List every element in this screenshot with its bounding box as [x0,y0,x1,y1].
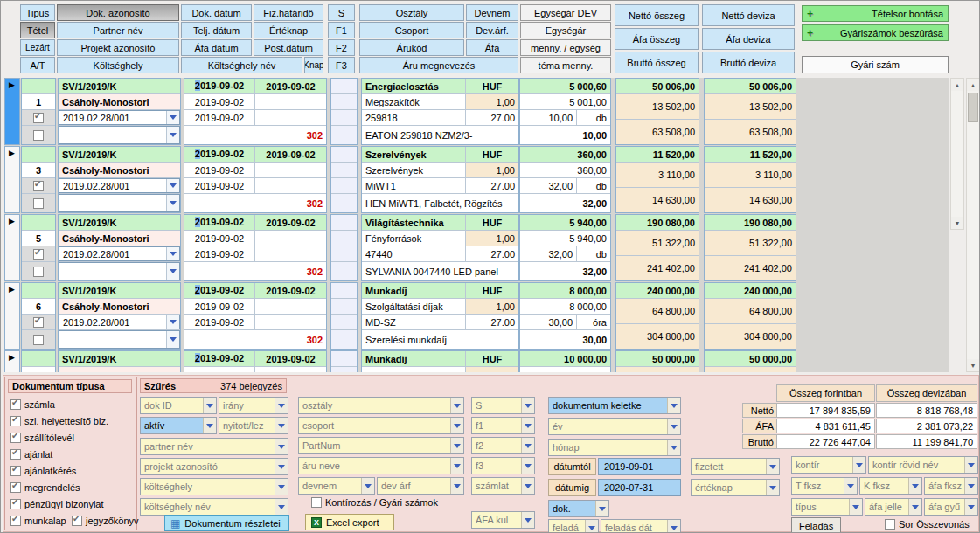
project-combo[interactable]: 2019.02.28/001 [59,246,180,261]
col-header-aru-megnevezes[interactable]: Áru megnevezés [359,57,518,73]
col-header-tema-menny[interactable]: téma menny. [520,57,611,73]
grid-record[interactable]: ▶ 5 SV/1/2019/K Csáholy-Monostori 2019.0… [4,214,804,281]
col-header-arukod[interactable]: Árukód [359,39,464,56]
devnem-dropdown[interactable]: devnem [298,477,375,495]
col-header-koltseghely[interactable]: Költséghely [57,57,179,73]
project-combo[interactable]: 2019.02.28/001 [59,178,180,193]
erteknap-dropdown[interactable]: értéknap [691,479,780,496]
grid-record[interactable]: ▶ SV/1/2019/K 2019-09-02 2019-09-02 [4,350,804,372]
aktiv-dropdown[interactable]: aktív [140,417,217,434]
osztaly-dropdown[interactable]: osztály [298,397,464,414]
doc-type-penzugyi-bizonylat[interactable]: pénzügyi bizonylat [10,499,104,509]
record-marker[interactable]: ▶ [4,214,20,281]
nyitott-lezart-dropdown[interactable]: nyitott/lez [219,417,288,434]
gyariszamok-beszurasa-button[interactable]: + Gyáriszámok beszúrása [802,24,949,41]
doc-type-ajanlat[interactable]: ajánlat [10,449,52,460]
col-header-brutto-osszeg[interactable]: Bruttó összeg [615,52,699,73]
checkbox-checked[interactable] [10,482,21,493]
doc-type-szamla[interactable]: számla [10,399,55,410]
col-header-f3[interactable]: F3 [328,57,355,73]
kontir-dropdown[interactable]: kontír [791,456,866,474]
scrollbar-thumb[interactable] [968,93,978,122]
t-fksz-dropdown[interactable]: T fksz [791,477,858,495]
scroll-up-icon[interactable]: ▲ [967,79,979,91]
col-header-dok-azonosito[interactable]: Dok. azonosító [57,4,179,21]
feladas-datum-dropdown[interactable]: feladás dát [601,519,681,533]
aru-neve-dropdown[interactable]: áru neve [298,457,464,474]
project-combo[interactable]: 2019.02.28/001 [59,315,180,329]
dev-arf-dropdown[interactable]: dev árf [377,477,464,495]
grid-record[interactable]: ▶ 1 SV/1/2019/K Csáholy-Monostori 2019.0… [4,78,804,145]
afa-gyujto-dropdown[interactable]: áfa gyű [924,498,978,516]
empty-combo[interactable] [59,330,180,349]
afa-kulcs-dropdown[interactable]: ÁFA kul [471,511,535,529]
doc-type-jegyzokonyv[interactable]: jegyzőkönyv [72,516,139,526]
record-marker[interactable]: ▶ [4,282,20,350]
col-header-netto-deviza[interactable]: Nettó deviza [702,4,795,26]
excel-export-button[interactable]: X Excel export [305,514,394,530]
checkbox-checked[interactable] [10,516,21,526]
dokumentum-reszletei-button[interactable]: ▦ Dokumentum részletei [164,515,289,531]
koltseghely-dropdown[interactable]: költséghely [140,478,288,495]
col-header-dok-datum[interactable]: Dok. dátum [181,4,252,21]
scroll-down-icon[interactable]: ▼ [967,359,979,371]
col-header-afa-datum[interactable]: Áfa dátum [181,39,252,56]
record-marker[interactable]: ▶ [4,146,20,213]
col-header-f2[interactable]: F2 [328,39,355,56]
col-header-devnem[interactable]: Devnem [466,4,518,21]
col-header-osztaly[interactable]: Osztály [359,4,464,21]
irany-dropdown[interactable]: irány [219,397,288,414]
dok-id-dropdown[interactable]: dok ID [140,397,217,414]
afa-fksz-dropdown[interactable]: áfa fksz [924,477,978,495]
row-checkbox-checked[interactable] [33,181,44,191]
grid-record[interactable]: ▶ 6 SV/1/2019/K Csáholy-Monostori 2019.0… [4,282,804,350]
grid-record[interactable]: ▶ 3 SV/1/2019/K Csáholy-Monostori 2019.0… [4,146,804,213]
scroll-up-icon[interactable]: ▲ [951,79,963,91]
fizetett-dropdown[interactable]: fizetett [691,458,780,475]
datumig-input[interactable]: 2020-07-31 [598,479,681,496]
col-header-netto-osszeg[interactable]: Nettó összeg [615,4,699,26]
col-header-f1[interactable]: F1 [328,22,355,38]
checkbox-checked[interactable] [10,433,21,443]
row-checkbox-checked[interactable] [33,317,44,328]
record-marker[interactable]: ▶ [4,350,20,372]
checkbox-checked[interactable] [72,516,82,526]
col-header-koltseghely-nev[interactable]: Költséghely név [181,57,302,73]
col-header-egysegar[interactable]: Egységár [520,22,611,38]
col-header-s[interactable]: S [328,4,355,21]
afa-jelleg-dropdown[interactable]: áfa jelle [865,498,922,516]
record-marker[interactable]: ▶ [4,78,20,145]
honap-dropdown[interactable]: hónap [548,439,681,456]
project-combo[interactable]: 2019.02.28/001 [59,110,180,125]
col-header-afa-osszeg[interactable]: Áfa összeg [615,28,699,50]
row-checkbox-checked[interactable] [33,249,44,260]
col-header-telj-datum[interactable]: Telj. dátum [181,22,252,38]
doc-type-szallitolevel[interactable]: szállítólevél [10,433,74,443]
col-header-erteknap[interactable]: Értéknap [254,22,323,38]
col-header-projekt-azonosito[interactable]: Projekt azonosító [57,39,179,56]
tipus-dropdown[interactable]: típus [791,498,863,516]
col-header-fiz-hatarido[interactable]: Fiz.határidő [254,4,323,21]
row-checkbox-unchecked[interactable] [33,266,44,277]
scroll-down-icon[interactable]: ▼ [951,217,963,229]
row-checkbox-unchecked[interactable] [33,335,44,345]
datumtol-input[interactable]: 2019-09-01 [598,458,681,475]
projekt-azonosito-dropdown[interactable]: projekt azonosító [140,458,288,475]
col-header-partner-nev[interactable]: Partner név [57,22,179,38]
checkbox-checked[interactable] [10,499,21,509]
col-header-tipus[interactable]: Tipus [20,4,55,21]
k-fksz-dropdown[interactable]: K fksz [859,477,922,495]
row-checkbox-checked[interactable] [33,113,44,123]
doc-type-megrendeles[interactable]: megrendelés [10,482,80,493]
empty-combo[interactable] [59,194,180,212]
row-checkbox-unchecked[interactable] [33,198,44,209]
dokumentum-keletkezes-dropdown[interactable]: dokumentum keletke [548,397,681,414]
col-header-brutto-deviza[interactable]: Bruttó deviza [702,52,795,73]
ev-dropdown[interactable]: év [548,418,681,435]
doc-type-szl-helyettesito[interactable]: szl. helyettesítő biz. [10,416,108,426]
col-header-post-datum[interactable]: Post.dátum [254,39,323,56]
col-header-lezart[interactable]: Lezárt [20,39,55,56]
row-checkbox-unchecked[interactable] [33,130,44,141]
checkbox-checked[interactable] [10,399,21,410]
col-header-csoport[interactable]: Csoport [359,22,464,38]
